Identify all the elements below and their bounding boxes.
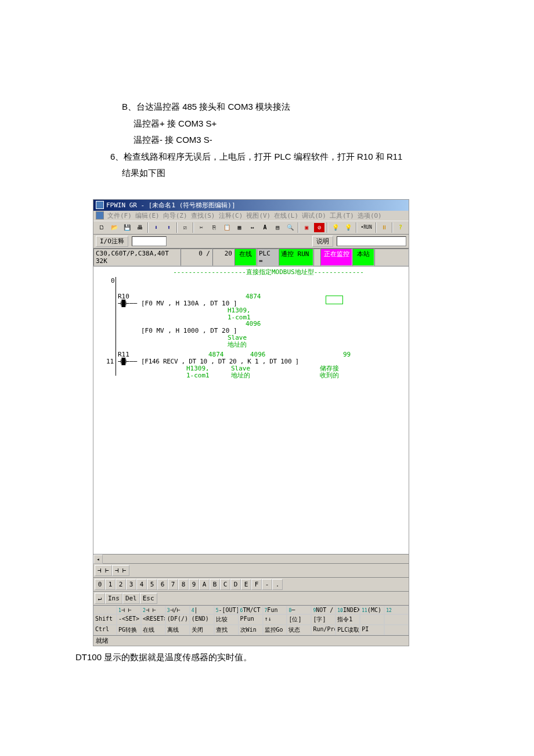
monitor-icon[interactable]: ▣ xyxy=(301,222,312,233)
find-icon[interactable]: 🔍 xyxy=(284,222,296,233)
cf7[interactable]: 监控Go xyxy=(263,625,287,635)
key-ins[interactable]: Ins xyxy=(105,593,122,604)
download-icon[interactable]: ⬇ xyxy=(150,222,162,233)
upload-icon[interactable]: ⬆ xyxy=(163,222,175,233)
key-2[interactable]: 2 xyxy=(116,579,126,590)
key-6[interactable]: 6 xyxy=(157,579,168,590)
sf8[interactable]: [位] xyxy=(287,614,311,625)
key-8[interactable]: 8 xyxy=(178,579,189,590)
desc-field[interactable] xyxy=(337,236,406,246)
menu-find[interactable]: 查找(S) xyxy=(191,211,215,220)
key-7[interactable]: 7 xyxy=(168,579,178,590)
f5[interactable]: 5-[OUT] xyxy=(214,606,239,614)
key-dot[interactable]: . xyxy=(272,579,283,590)
menu-online[interactable]: 在线(L) xyxy=(274,211,298,220)
sf12[interactable] xyxy=(384,614,409,625)
io-comment-field[interactable] xyxy=(132,236,167,246)
cf4[interactable]: 关闭 xyxy=(190,625,214,635)
cf1[interactable]: PG转换 xyxy=(117,625,141,635)
ladder-editor[interactable]: -------------------直接指定MODBUS地址型--------… xyxy=(93,267,409,554)
print-icon[interactable]: 🖶 xyxy=(134,222,146,233)
cut-icon[interactable]: ✂ xyxy=(196,222,207,233)
key-0[interactable]: 0 xyxy=(95,579,105,590)
list-icon[interactable]: ▤ xyxy=(272,222,283,233)
f2[interactable]: 2⊣ ⊢ xyxy=(141,606,165,614)
sf1[interactable]: -<SET> xyxy=(117,614,141,625)
f11[interactable]: 11(MC) xyxy=(360,606,384,614)
cf6[interactable]: 次Win xyxy=(239,625,263,635)
sf2[interactable]: <RESET> xyxy=(141,614,165,625)
f3[interactable]: 3⊣/⊢ xyxy=(165,606,190,614)
f1[interactable]: 1⊣ ⊢ xyxy=(117,606,141,614)
cf8[interactable]: 状态 xyxy=(287,625,311,635)
menu-option[interactable]: 选项(O) xyxy=(358,211,382,220)
key-5[interactable]: 5 xyxy=(147,579,157,590)
sf11[interactable] xyxy=(360,614,384,625)
key-4[interactable]: 4 xyxy=(136,579,147,590)
cf5[interactable]: 查找 xyxy=(214,625,239,635)
f10[interactable]: 10INDEX xyxy=(335,606,360,614)
cf2[interactable]: 在线 xyxy=(141,625,165,635)
key-enter[interactable]: ↵ xyxy=(95,593,105,604)
sf6[interactable]: PFun xyxy=(239,614,263,625)
cf3[interactable]: 离线 xyxy=(165,625,190,635)
stop-icon[interactable]: ⊘ xyxy=(313,222,325,233)
key-f[interactable]: F xyxy=(251,579,262,590)
tool-no-contact[interactable]: ⊣ ⊢ xyxy=(95,565,112,576)
open-icon[interactable]: 📂 xyxy=(109,222,120,233)
horizontal-scrollbar[interactable]: ◂ xyxy=(93,554,409,563)
menu-edit[interactable]: 编辑(E) xyxy=(135,211,160,220)
f4[interactable]: 4| xyxy=(190,606,214,614)
key-1[interactable]: 1 xyxy=(105,579,116,590)
verify-icon[interactable]: ☑ xyxy=(179,222,191,233)
sf5[interactable]: 比较 xyxy=(214,614,239,625)
sf7[interactable]: ↑↓ xyxy=(263,614,287,625)
light-off-icon[interactable]: 💡 xyxy=(342,222,354,233)
text-a-icon[interactable]: A xyxy=(259,222,270,233)
run-icon[interactable]: •RUN xyxy=(359,222,374,233)
paste-icon[interactable]: 📋 xyxy=(221,222,233,233)
f9[interactable]: 9NOT / xyxy=(311,606,335,614)
key-9[interactable]: 9 xyxy=(189,579,199,590)
menu-wizard[interactable]: 向导(Z) xyxy=(163,211,187,220)
key-a[interactable]: A xyxy=(199,579,210,590)
titlebar[interactable]: FPWIN GR - [未命名1 (符号梯形图编辑)] xyxy=(93,200,409,211)
grid-icon[interactable]: ▦ xyxy=(234,222,246,233)
io-comment-button[interactable]: I/O注释 xyxy=(96,236,128,247)
menu-debug[interactable]: 调试(D) xyxy=(302,211,326,220)
pause-icon[interactable]: ⏸ xyxy=(378,222,390,233)
sf10[interactable]: 指令1 xyxy=(335,614,360,625)
key-3[interactable]: 3 xyxy=(126,579,136,590)
sf4[interactable]: (END) xyxy=(190,614,214,625)
desc-button[interactable]: 说明 xyxy=(312,236,333,247)
help-icon[interactable]: ? xyxy=(395,222,406,233)
scroll-left-icon[interactable]: ◂ xyxy=(93,555,103,564)
f8[interactable]: 8─ xyxy=(287,606,311,614)
save-icon[interactable]: 💾 xyxy=(121,222,133,233)
f6[interactable]: 6TM/CT xyxy=(239,606,263,614)
key-c[interactable]: C xyxy=(220,579,230,590)
light-on-icon[interactable]: 💡 xyxy=(330,222,341,233)
cf12[interactable] xyxy=(384,625,409,635)
key-del[interactable]: Del xyxy=(122,593,140,604)
menu-view[interactable]: 视图(V) xyxy=(246,211,270,220)
copy-icon[interactable]: ⎘ xyxy=(208,222,220,233)
sf3[interactable]: (DF(/)) xyxy=(165,614,190,625)
key-d[interactable]: D xyxy=(230,579,241,590)
key-esc[interactable]: Esc xyxy=(140,593,157,604)
cf9[interactable]: Run/Prog xyxy=(311,625,335,635)
menu-file[interactable]: 文件(F) xyxy=(107,211,132,220)
key-e[interactable]: E xyxy=(241,579,251,590)
new-icon[interactable]: 🗋 xyxy=(96,222,107,233)
sf9[interactable]: [字] xyxy=(311,614,335,625)
f12[interactable]: 12 xyxy=(384,606,409,614)
f7[interactable]: 7Fun xyxy=(263,606,287,614)
menu-tools[interactable]: 工具(T) xyxy=(330,211,354,220)
key-minus[interactable]: - xyxy=(262,579,272,590)
menu-comment[interactable]: 注释(C) xyxy=(219,211,243,220)
cf11[interactable]: PI xyxy=(360,625,384,635)
key-b[interactable]: B xyxy=(210,579,220,590)
tool-nc-contact[interactable]: ⊣ ⊢ xyxy=(112,565,129,576)
swap-icon[interactable]: ↔ xyxy=(246,222,258,233)
cf10[interactable]: PLC读取 xyxy=(335,625,360,635)
